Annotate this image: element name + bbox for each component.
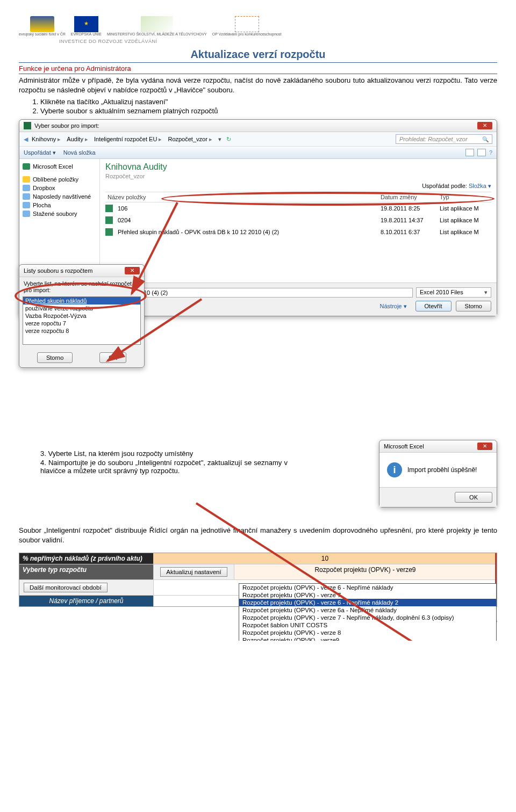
view-mode-icon[interactable] [465,149,474,156]
cancel-button[interactable]: Storno [37,352,73,363]
folder-icon [23,202,30,208]
open-button[interactable]: Otevřít [415,301,452,311]
help-icon[interactable]: ? [489,149,492,156]
dialog-title: Vyber soubor pro import: [34,122,99,129]
refresh-icon[interactable]: ↻ [226,136,231,143]
svg-line-0 [132,202,177,294]
logo-op: OP Vzdělávání pro konkurenceschopnost [212,16,282,36]
sidebar-item[interactable]: Stažené soubory [23,209,96,218]
steps-list-a: Klikněte na tlačítko „Aktualizuj nastave… [40,98,497,115]
xlsx-icon [105,205,113,212]
msgbox-text: Import proběhl úspěšně! [407,466,477,474]
dialog-titlebar: Listy souboru s rozpočtem ✕ [19,265,144,277]
new-folder-button[interactable]: Nová složka [63,149,96,156]
sidebar-item[interactable]: Microsoft Excel [23,162,96,171]
step-1: Klikněte na tlačítko „Aktualizuj nastave… [40,98,497,106]
row-label: Název příjemce / partnerů [19,596,154,606]
row-label: Vyberte typ rozpočtu [19,564,154,579]
library-title: Knihovna Audity [105,162,491,172]
star-icon [23,176,30,183]
sidebar-item[interactable]: Oblíbené položky [23,175,96,184]
folder-icon [23,211,30,217]
folder-icon [23,193,30,200]
search-input[interactable]: Prohledat: Rozpočet_vzor [396,134,492,144]
logo-esf: evropský sociální fond v ČR [19,16,66,36]
callout-ellipse [161,192,494,206]
page-title: Aktualizace verzí rozpočtu [19,48,497,63]
xlsx-icon [105,228,113,236]
steps-list-b: 3. Vyberte List, na kterém jsou rozpočty… [40,450,288,475]
function-note: Funkce je určena pro Administrátora [19,64,497,74]
step-3: 3. Vyberte List, na kterém jsou rozpočty… [40,450,288,458]
sort-by-link[interactable]: Složka ▾ [469,183,491,190]
dialog-titlebar: Vyber soubor pro import: ✕ [19,120,497,132]
svg-line-1 [108,299,202,361]
step-4: 4. Naimportujte je do souboru „Inteligen… [40,459,288,475]
close-icon[interactable]: ✕ [477,122,492,129]
sidebar-item[interactable]: Plocha [23,201,96,209]
cancel-button[interactable]: Storno [456,301,491,311]
arrow-annotation [99,294,207,369]
organize-button[interactable]: Uspořádat ▾ [24,149,56,156]
sidebar-item[interactable]: Dropbox [23,184,96,192]
sidebar-item[interactable]: Naposledy navštívené [23,192,96,201]
close-icon[interactable]: ✕ [477,443,492,450]
step-2: Vyberte soubor s aktuálním seznamem plat… [40,107,497,115]
breadcrumb[interactable]: ◀ Knihovny Audity Inteligentní rozpočet … [19,132,497,147]
nav-back-icon[interactable]: ◀ [24,136,28,143]
preview-pane-icon[interactable] [477,149,486,156]
intro-paragraph: Administrátor může v případě, že byla vy… [19,76,497,95]
svg-line-2 [196,503,489,641]
excel-icon [23,163,30,170]
library-subtitle: Rozpočet_vzor [105,173,491,179]
investice-tagline: INVESTICE DO ROZVOJE VZDĚLÁVÁNÍ [59,39,497,44]
tools-button[interactable]: Nástroje ▾ [376,301,411,311]
dialog-titlebar: Microsoft Excel ✕ [379,440,497,453]
folder-icon [23,185,30,191]
arrow-annotation [191,498,503,641]
info-icon: i [387,462,402,477]
logo-eu: EVROPSKÁ UNIE [71,16,102,36]
filetype-combo[interactable]: Excel 2010 Files [416,287,491,298]
dialog-toolbar: Uspořádat ▾ Nová složka ? [19,147,497,159]
excel-icon [24,122,31,129]
row-label: % nepřímých nákladů (z právního aktu) [19,553,154,564]
logo-msmt: MINISTERSTVO ŠKOLSTVÍ, MLÁDEŽE A TĚLOVÝC… [107,16,207,36]
header-logos: evropský sociální fond v ČR EVROPSKÁ UNI… [19,16,497,36]
next-period-button[interactable]: Další monitorovací období [24,583,108,592]
xlsx-icon [105,216,113,224]
